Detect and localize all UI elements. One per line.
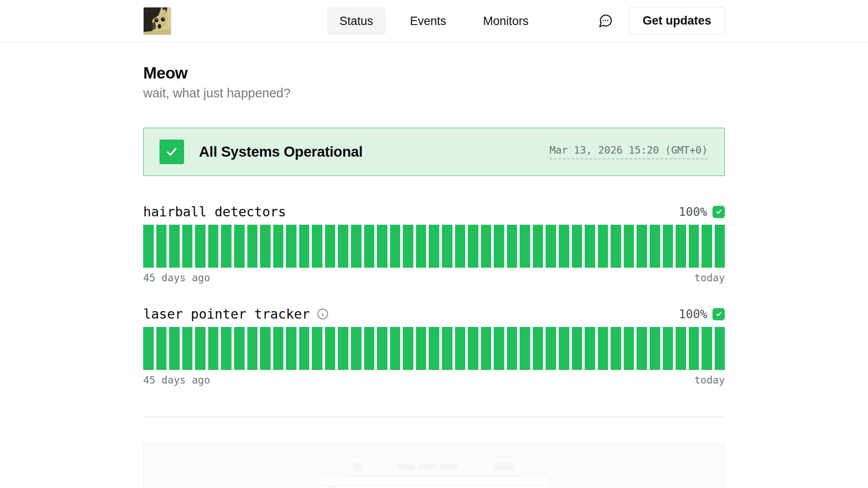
uptime-bar[interactable]	[494, 225, 504, 268]
uptime-bar[interactable]	[546, 327, 556, 370]
uptime-bar[interactable]	[273, 327, 284, 370]
uptime-bar[interactable]	[637, 327, 647, 370]
uptime-bar[interactable]	[182, 225, 193, 268]
uptime-bar[interactable]	[598, 327, 608, 370]
uptime-bar[interactable]	[286, 327, 297, 370]
uptime-bar[interactable]	[286, 225, 297, 268]
tab-status[interactable]: Status	[328, 7, 385, 34]
uptime-bar[interactable]	[273, 225, 284, 268]
status-banner-timestamp[interactable]: Mar 13, 2026 15:20 (GMT+0)	[550, 144, 708, 159]
uptime-bar[interactable]	[234, 225, 245, 268]
uptime-bar[interactable]	[494, 327, 504, 370]
uptime-bar[interactable]	[481, 225, 492, 268]
uptime-bar[interactable]	[351, 327, 362, 370]
uptime-bar[interactable]	[507, 327, 517, 370]
uptime-bar[interactable]	[481, 327, 492, 370]
uptime-bar[interactable]	[676, 327, 686, 370]
cat-logo[interactable]	[143, 7, 171, 35]
uptime-bar[interactable]	[182, 327, 193, 370]
uptime-bar[interactable]	[416, 225, 427, 268]
uptime-bar[interactable]	[689, 327, 699, 370]
uptime-bar[interactable]	[364, 327, 375, 370]
uptime-bar[interactable]	[442, 327, 452, 370]
uptime-bar[interactable]	[702, 225, 712, 268]
uptime-bar[interactable]	[325, 225, 336, 268]
uptime-bar[interactable]	[247, 327, 258, 370]
uptime-bar[interactable]	[546, 225, 556, 268]
uptime-bar[interactable]	[143, 225, 154, 268]
uptime-bar[interactable]	[559, 225, 569, 268]
uptime-bar[interactable]	[390, 225, 401, 268]
status-banner-message: All Systems Operational	[199, 144, 363, 160]
uptime-bar[interactable]	[520, 225, 530, 268]
uptime-bar[interactable]	[455, 225, 466, 268]
info-icon[interactable]	[317, 308, 329, 320]
uptime-bar[interactable]	[260, 327, 271, 370]
uptime-bar[interactable]	[403, 225, 413, 268]
tab-events[interactable]: Events	[398, 7, 458, 34]
tab-monitors[interactable]: Monitors	[471, 7, 541, 34]
uptime-bar[interactable]	[338, 225, 348, 268]
uptime-bar[interactable]	[403, 327, 413, 370]
uptime-bar[interactable]	[299, 327, 310, 370]
uptime-bar[interactable]	[156, 225, 167, 268]
uptime-bar[interactable]	[143, 327, 154, 370]
uptime-bar[interactable]	[429, 327, 439, 370]
get-updates-button[interactable]: Get updates	[629, 7, 725, 35]
uptime-bar[interactable]	[208, 327, 219, 370]
uptime-bar[interactable]	[468, 225, 478, 268]
range-start-label: 45 days ago	[143, 374, 210, 386]
uptime-bar[interactable]	[507, 225, 517, 268]
uptime-bar[interactable]	[247, 225, 258, 268]
uptime-bar[interactable]	[611, 225, 621, 268]
uptime-bar[interactable]	[702, 327, 712, 370]
uptime-bar[interactable]	[455, 327, 466, 370]
uptime-bar[interactable]	[585, 327, 595, 370]
uptime-bar[interactable]	[338, 327, 348, 370]
uptime-bar[interactable]	[533, 225, 543, 268]
uptime-bar[interactable]	[351, 225, 362, 268]
feedback-chat-button[interactable]	[598, 13, 613, 29]
uptime-bar[interactable]	[221, 225, 231, 268]
uptime-bar[interactable]	[208, 225, 219, 268]
uptime-bar[interactable]	[650, 327, 660, 370]
uptime-bar[interactable]	[442, 225, 452, 268]
uptime-bar[interactable]	[364, 225, 375, 268]
uptime-bar[interactable]	[312, 327, 322, 370]
uptime-bar[interactable]	[325, 327, 336, 370]
uptime-bar[interactable]	[715, 327, 725, 370]
uptime-bar[interactable]	[559, 327, 569, 370]
uptime-bar[interactable]	[663, 327, 673, 370]
uptime-bar[interactable]	[598, 225, 608, 268]
uptime-bar[interactable]	[715, 225, 725, 268]
uptime-bar[interactable]	[650, 225, 660, 268]
uptime-bar[interactable]	[195, 327, 206, 370]
uptime-bar[interactable]	[689, 225, 699, 268]
uptime-bar[interactable]	[676, 225, 686, 268]
uptime-bar[interactable]	[624, 327, 634, 370]
uptime-bar[interactable]	[234, 327, 245, 370]
uptime-bar[interactable]	[663, 225, 673, 268]
uptime-bar[interactable]	[169, 225, 180, 268]
uptime-bar[interactable]	[390, 327, 401, 370]
uptime-bar[interactable]	[429, 225, 439, 268]
uptime-bar[interactable]	[624, 225, 634, 268]
uptime-bar[interactable]	[156, 327, 167, 370]
uptime-bar[interactable]	[299, 225, 310, 268]
uptime-bar[interactable]	[533, 327, 543, 370]
uptime-bar[interactable]	[377, 327, 387, 370]
uptime-bar[interactable]	[572, 225, 582, 268]
uptime-bar[interactable]	[377, 225, 387, 268]
uptime-bar[interactable]	[312, 225, 322, 268]
uptime-bar[interactable]	[637, 225, 647, 268]
uptime-bar[interactable]	[520, 327, 530, 370]
uptime-bar[interactable]	[221, 327, 231, 370]
uptime-bar[interactable]	[169, 327, 180, 370]
uptime-bar[interactable]	[416, 327, 427, 370]
uptime-bar[interactable]	[468, 327, 478, 370]
uptime-bar[interactable]	[572, 327, 582, 370]
uptime-bar[interactable]	[611, 327, 621, 370]
uptime-bar[interactable]	[585, 225, 595, 268]
uptime-bar[interactable]	[195, 225, 206, 268]
uptime-bar[interactable]	[260, 225, 271, 268]
